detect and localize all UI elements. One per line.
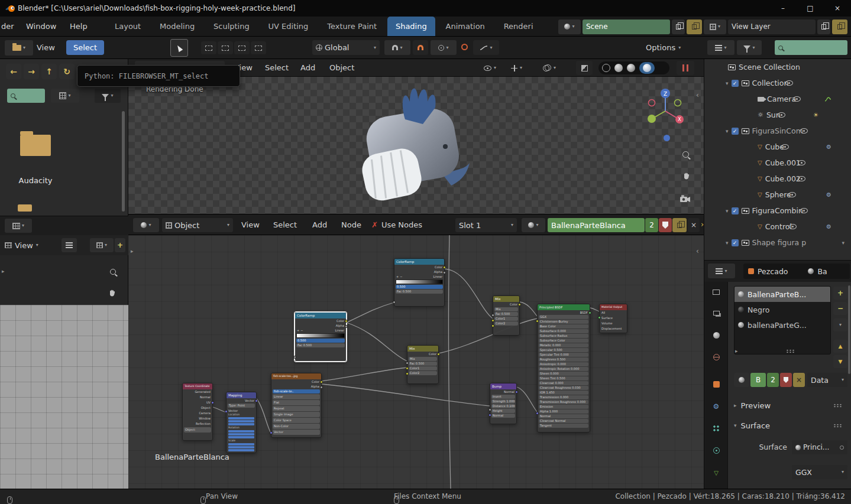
outliner-row-camera[interactable]: Camera	[704, 91, 851, 107]
surface-shader-button[interactable]: Princi...	[792, 440, 847, 454]
node-image-texture[interactable]: fish-scale-tex...jpg Color Alpha fish-sc…	[271, 373, 322, 438]
delete-scene-button[interactable]	[687, 19, 702, 34]
node-header[interactable]: Mapping	[226, 392, 256, 398]
node-header[interactable]: Mix	[493, 296, 519, 302]
whale-model[interactable]	[348, 80, 473, 209]
node-row[interactable]: Sheen 0.000	[539, 372, 588, 376]
output-port[interactable]	[443, 266, 446, 269]
snap-toggle-button[interactable]	[413, 40, 428, 55]
new-material-button[interactable]	[672, 218, 687, 232]
folder-icon[interactable]	[18, 204, 32, 212]
collapse-panel-arrow[interactable]: ‹	[696, 91, 699, 99]
tab-sculpting[interactable]: Sculpting	[205, 17, 258, 36]
shader-editor-type-button[interactable]	[133, 218, 159, 232]
shader-view-menu[interactable]: View	[241, 214, 260, 235]
node-row[interactable]: Displacement	[600, 326, 627, 331]
tab-particles[interactable]	[704, 421, 728, 436]
new-image-button[interactable]: +	[115, 238, 125, 252]
input-port[interactable]	[491, 314, 494, 317]
mapping-type-dropdown[interactable]: Type: Point	[228, 404, 255, 408]
eye-icon[interactable]	[798, 176, 805, 181]
expand-arrow-icon[interactable]	[2, 268, 5, 274]
node-header[interactable]: fish-scale-tex...jpg	[271, 373, 321, 379]
image-editor-canvas[interactable]	[0, 305, 128, 489]
node-row[interactable]: Color Space	[273, 418, 320, 423]
proportional-falloff-dropdown[interactable]	[473, 40, 499, 55]
back-button[interactable]: ←	[6, 64, 21, 79]
maximize-button[interactable]: □	[797, 0, 824, 17]
remove-stop-button[interactable]: −	[300, 328, 303, 333]
material-users-button[interactable]: 2	[645, 218, 658, 232]
minimize-button[interactable]: –	[769, 0, 797, 17]
node-header[interactable]: Texture Coordinate	[183, 383, 212, 389]
material-shading-icon[interactable]	[627, 64, 635, 72]
node-editor-canvas[interactable]: ‹ ColorRamp Color Alpha + − Linear 0.500…	[128, 235, 704, 489]
node-row[interactable]: Surface	[600, 316, 627, 321]
tab-rendering[interactable]: Renderi	[496, 17, 542, 36]
node-row[interactable]: GGX	[539, 315, 588, 319]
interpolation-dropdown[interactable]: Linear	[403, 274, 442, 279]
input-port[interactable]	[406, 362, 409, 365]
collection-checkbox[interactable]	[732, 239, 739, 246]
slot-dropdown[interactable]: Slot 1	[455, 218, 517, 232]
node-header[interactable]: Mix	[407, 346, 438, 352]
node-header[interactable]: Bump	[490, 383, 516, 389]
value-slider[interactable]	[228, 433, 254, 435]
tab-scene[interactable]	[704, 327, 728, 343]
node-row[interactable]: Color1	[409, 366, 437, 370]
browse-image-dropdown[interactable]	[90, 238, 114, 252]
node-row[interactable]: Height	[491, 409, 515, 413]
tab-output[interactable]	[704, 284, 728, 300]
rendered-shading-active[interactable]	[639, 62, 655, 74]
filebrowser-search-input[interactable]	[7, 89, 45, 103]
material-name-field[interactable]: BallenaParteBlanca	[548, 218, 645, 232]
value-slider[interactable]	[228, 417, 254, 420]
node-mapping[interactable]: Mapping Vector Type: Point Vector Locati…	[226, 392, 257, 453]
output-port[interactable]	[437, 353, 440, 356]
move-slot-down-button[interactable]: ▼	[833, 355, 847, 368]
node-row[interactable]: IOR 1.450	[539, 391, 588, 395]
value-slider[interactable]	[228, 449, 254, 451]
menu-hamburger-button[interactable]	[62, 238, 77, 252]
breadcrumb[interactable]: Pezcado Ba	[743, 264, 850, 279]
node-row[interactable]: Transmission Roughness 0.000	[539, 400, 588, 404]
filebrowser-select-menu[interactable]: Select	[66, 40, 104, 55]
tab-object-data[interactable]	[704, 465, 728, 480]
folder-item[interactable]: Audacity	[6, 129, 65, 188]
menu-window[interactable]: Window	[26, 17, 56, 36]
output-port[interactable]	[345, 320, 348, 323]
node-row[interactable]: Specular Tint 0.000	[539, 353, 588, 357]
expand-arrow-icon[interactable]	[131, 248, 134, 254]
node-row[interactable]: Anisotropic Rotation 0.000	[539, 367, 588, 371]
input-port[interactable]	[598, 316, 601, 319]
fake-user-button[interactable]	[780, 373, 792, 387]
collection-checkbox[interactable]	[732, 80, 739, 87]
node-row[interactable]: Color1	[494, 317, 518, 321]
value-slider[interactable]	[228, 430, 254, 433]
outliner-row-cube[interactable]: Cube	[704, 139, 851, 155]
camera-icon[interactable]	[679, 195, 691, 203]
menu-render[interactable]: der	[1, 17, 14, 36]
node-row[interactable]: Mix	[409, 357, 437, 361]
scene-name-field[interactable]: Scene	[583, 19, 670, 34]
material-slot-selected[interactable]: BallenaParteB...	[734, 287, 830, 302]
snap-target-dropdown[interactable]	[431, 40, 457, 55]
node-row[interactable]: Repeat	[273, 406, 320, 411]
outliner-row-shape-figura[interactable]: Shape figura p	[704, 235, 851, 251]
select-mode-new-button[interactable]	[201, 41, 216, 54]
node-row[interactable]: Distance 0.100	[491, 404, 515, 408]
hand-icon[interactable]	[682, 171, 691, 181]
filebrowser-filter-dropdown[interactable]	[95, 89, 121, 103]
node-row[interactable]: Sheen Tint 0.500	[539, 376, 588, 381]
eye-icon[interactable]	[788, 192, 796, 197]
expand-caret-icon[interactable]	[726, 128, 729, 134]
transform-orientation-dropdown[interactable]: Global	[312, 40, 380, 55]
expand-caret-icon[interactable]	[726, 80, 729, 86]
input-port[interactable]	[225, 410, 228, 413]
node-row[interactable]: Normal	[539, 414, 588, 418]
node-row[interactable]: Subsurface Radius	[539, 334, 588, 338]
node-row[interactable]: Non-Color	[273, 424, 320, 429]
node-material-output[interactable]: Material Output AllSurfaceVolumeDisplace…	[599, 304, 627, 333]
input-port[interactable]	[293, 356, 296, 359]
object-field[interactable]: Object:	[184, 427, 211, 433]
